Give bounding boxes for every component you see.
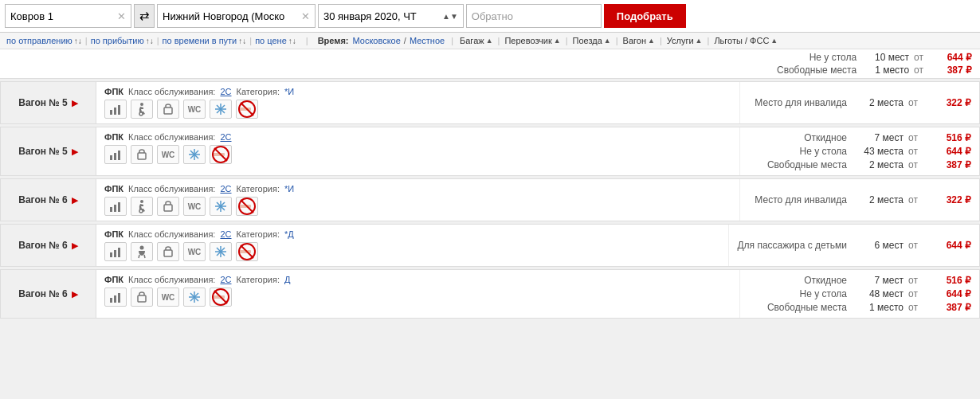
price-row-wagon5b-0: Откидное 7 мест от 516 ₽ [748, 132, 971, 143]
price-from: от [908, 288, 923, 299]
price-from: от [908, 159, 923, 170]
time-local[interactable]: Местное [410, 36, 445, 45]
wagon-expand-icon: ▶ [72, 195, 78, 205]
sort-sep1: | [85, 36, 88, 45]
carrier-filter[interactable]: Перевозчик [504, 36, 551, 45]
svg-rect-41 [164, 250, 172, 256]
search-button[interactable]: Подобрать [604, 4, 686, 28]
to-input[interactable] [163, 10, 298, 22]
wagon-expand-icon: ▶ [72, 147, 78, 157]
svg-rect-36 [240, 205, 251, 208]
train-filter[interactable]: Поезда [573, 36, 602, 45]
wagon-label-wagon5a[interactable]: Вагон № 5▶ [1, 82, 96, 123]
train-arrow: ▲ [604, 37, 611, 45]
from-input[interactable] [10, 10, 114, 22]
snowflake-icon-wagon6c-3 [183, 288, 206, 307]
wagon-label-wagon5b[interactable]: Вагон № 5▶ [1, 127, 96, 175]
wagon-label-wagon6c[interactable]: Вагон № 6▶ [1, 270, 96, 318]
wagon-info-wagon6c: ФПК Класс обслуживания: 2С Категория: Д … [96, 270, 740, 318]
price-label: Свободные места [748, 159, 847, 170]
services-arrow: ▲ [696, 37, 703, 45]
wagon-label-wagon6a[interactable]: Вагон № 6▶ [1, 179, 96, 221]
svg-rect-50 [114, 295, 116, 303]
class-link[interactable]: 2С [220, 132, 231, 142]
price-row-wagon6c-2: Свободные места 1 место от 387 ₽ [748, 302, 971, 313]
category-link[interactable]: *И [284, 184, 294, 194]
to-clear-icon[interactable]: ✕ [301, 10, 310, 22]
class-link[interactable]: 2С [220, 229, 231, 239]
class-link[interactable]: 2С [220, 184, 231, 194]
wheelchair-icon-wagon6a-1 [131, 197, 153, 216]
sort-traveltime[interactable]: по времени в пути [163, 36, 237, 45]
svg-rect-23 [214, 153, 225, 156]
sort-arrival-arrows: ↑↓ [146, 37, 154, 45]
services-filter[interactable]: Услуги [667, 36, 694, 45]
benefits-filter[interactable]: Льготы / ФСС [714, 36, 769, 45]
sort-departure[interactable]: по отправлению [6, 36, 73, 45]
price-value: 516 ₽ [927, 275, 971, 286]
price-row-wagon5b-2: Свободные места 2 места от 387 ₽ [748, 159, 971, 170]
wagon-block-wagon6b: Вагон № 6▶ ФПК Класс обслуживания: 2С Ка… [0, 224, 980, 267]
svg-rect-38 [114, 250, 116, 257]
price-from: от [908, 302, 923, 313]
bag-icon-wagon5a-2 [157, 100, 179, 119]
wagon-list: Вагон № 5▶ ФПК Класс обслуживания: 2С Ка… [0, 81, 980, 319]
from-clear-icon[interactable]: ✕ [117, 10, 126, 22]
sort-arrival[interactable]: по прибытию [91, 36, 144, 45]
top-price-label-1: Не у стола [809, 52, 857, 63]
price-count: 43 места [852, 146, 904, 157]
wagon-info-top: ФПК Класс обслуживания: 2С Категория: Д [104, 275, 731, 284]
svg-rect-29 [164, 205, 172, 211]
price-count: 2 места [852, 159, 904, 170]
class-link[interactable]: 2С [220, 87, 231, 96]
category-text: Категория: [237, 275, 280, 284]
wagon-expand-icon: ▶ [72, 289, 78, 299]
top-price-row-1: Не у стола 10 мест от 644 ₽ [733, 52, 972, 63]
sort-departure-arrows: ↑↓ [74, 37, 82, 45]
price-label: Не у стола [748, 146, 847, 157]
baggage-filter[interactable]: Багаж [460, 36, 484, 45]
class-text: Класс обслуживания: [128, 229, 215, 239]
category-link[interactable]: *Д [284, 229, 294, 239]
svg-rect-5 [164, 108, 172, 114]
svg-rect-2 [118, 105, 120, 115]
sort-traveltime-arrows: ↑↓ [238, 37, 246, 45]
wagon-label-text: Вагон № 5 [18, 97, 67, 108]
svg-rect-24 [110, 207, 112, 212]
svg-rect-25 [114, 205, 116, 212]
company-name: ФПК [104, 87, 123, 96]
time-sep: / [404, 36, 406, 45]
chart-icon-wagon6a-0 [104, 197, 127, 216]
price-value: 322 ₽ [927, 97, 971, 108]
price-from: от [908, 240, 923, 251]
wagon-prices-wagon5a: Место для инвалида 2 места от 322 ₽ [740, 82, 979, 123]
company-name: ФПК [104, 229, 123, 239]
svg-rect-13 [110, 155, 112, 160]
category-link[interactable]: Д [284, 275, 290, 284]
wagon-filter[interactable]: Вагон [623, 36, 646, 45]
wagon-prices-wagon5b: Откидное 7 мест от 516 ₽ Не у стола 43 м… [740, 127, 979, 175]
class-text: Класс обслуживания: [128, 184, 215, 194]
price-count: 6 мест [852, 240, 904, 251]
wagon-label-wagon6b[interactable]: Вагон № 6▶ [1, 225, 96, 266]
category-link[interactable]: *И [284, 87, 294, 96]
price-count: 7 мест [852, 132, 904, 143]
snowflake-icon-wagon5b-3 [183, 145, 206, 164]
return-input[interactable] [472, 10, 575, 22]
swap-button[interactable]: ⇄ [134, 4, 155, 28]
nosmoking-icon-wagon6b-5 [236, 242, 258, 261]
wc-icon-wagon5a-3: WC [183, 100, 206, 119]
class-link[interactable]: 2С [220, 275, 231, 284]
date-arrows-icon[interactable]: ▲▼ [442, 12, 458, 21]
price-from: от [908, 132, 923, 143]
price-value: 644 ₽ [927, 240, 971, 251]
time-moscow[interactable]: Московское [352, 36, 400, 45]
nosmoking-icon-wagon6c-4 [210, 288, 232, 307]
date-input[interactable] [323, 10, 439, 22]
price-label: Место для инвалида [748, 194, 847, 205]
bag-icon-wagon6a-2 [157, 197, 179, 216]
nosmoking-icon-wagon5b-4 [210, 145, 232, 164]
wagon-block-wagon5b: Вагон № 5▶ ФПК Класс обслуживания: 2С WC… [0, 127, 980, 176]
sort-price[interactable]: по цене [255, 36, 287, 45]
wagon-prices-wagon6c: Откидное 7 мест от 516 ₽ Не у стола 48 м… [740, 270, 979, 318]
